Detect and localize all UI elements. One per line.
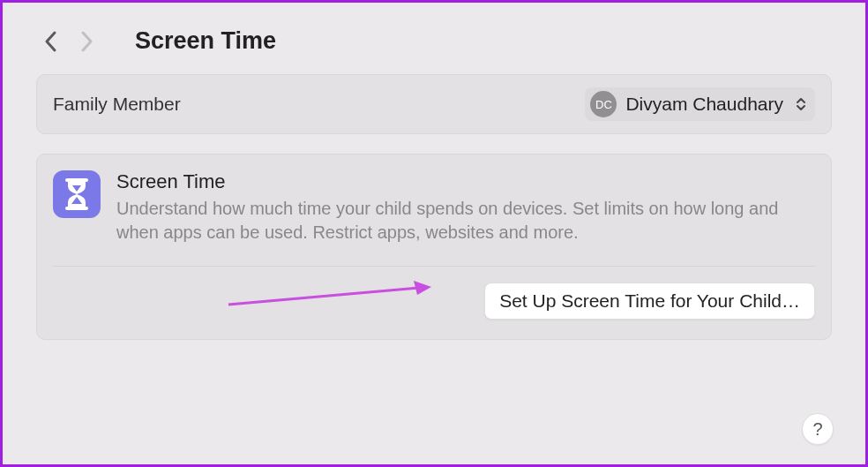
setup-screen-time-button[interactable]: Set Up Screen Time for Your Child… — [484, 282, 815, 320]
back-button[interactable] — [38, 28, 64, 55]
updown-icon — [796, 97, 806, 111]
screen-time-description: Understand how much time your child spen… — [116, 197, 815, 245]
family-member-name: Divyam Chaudhary — [625, 94, 783, 115]
chevron-left-icon — [43, 30, 59, 53]
svg-rect-1 — [65, 207, 88, 210]
screen-time-panel: Screen Time Understand how much time you… — [36, 154, 832, 340]
chevron-right-icon — [79, 30, 94, 53]
screen-time-row: Screen Time Understand how much time you… — [53, 170, 815, 245]
svg-rect-0 — [65, 178, 88, 182]
page-title: Screen Time — [135, 27, 276, 55]
forward-button[interactable] — [73, 28, 100, 55]
screen-time-text: Screen Time Understand how much time you… — [116, 170, 815, 245]
setup-row: Set Up Screen Time for Your Child… — [53, 282, 815, 320]
family-member-panel: Family Member DC Divyam Chaudhary — [36, 74, 832, 134]
svg-marker-3 — [414, 281, 431, 295]
header-bar: Screen Time — [3, 3, 865, 74]
help-icon: ? — [812, 419, 822, 440]
arrow-annotation-icon — [225, 275, 437, 314]
svg-line-2 — [228, 288, 419, 305]
help-button[interactable]: ? — [802, 413, 834, 445]
hourglass-icon — [53, 170, 101, 218]
avatar: DC — [590, 91, 617, 117]
family-member-label: Family Member — [53, 94, 181, 115]
family-member-selector[interactable]: DC Divyam Chaudhary — [585, 87, 815, 121]
divider — [53, 266, 815, 267]
screen-time-title: Screen Time — [116, 170, 815, 193]
